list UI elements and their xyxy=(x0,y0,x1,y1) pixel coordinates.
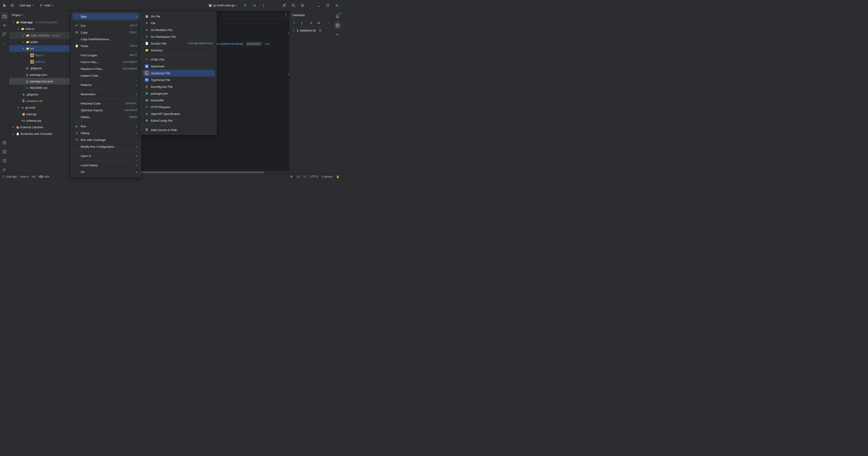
menu-new[interactable]: New▸ xyxy=(72,13,140,20)
encoding[interactable]: UTF-8 xyxy=(310,175,318,178)
db-settings-button[interactable]: ⚙ xyxy=(316,20,321,26)
refresh-button[interactable]: ⟳ xyxy=(308,20,314,26)
tree-root[interactable]: ▾ 📁 chat-app C:\Users\ryan0\G xyxy=(9,19,70,26)
run-config-selector[interactable]: 🐹 go build main.go ▾ xyxy=(206,3,240,8)
menu-new-tsconfig[interactable]: {}tsconfig.json File xyxy=(143,83,215,90)
tree-file-app-js[interactable]: JS App.js xyxy=(9,52,70,58)
tree-file-gitignore[interactable]: ⊘ .gitignore xyxy=(9,65,70,72)
main-menu-button[interactable] xyxy=(9,2,16,8)
readonly-toggle[interactable]: 🔓 xyxy=(336,175,340,178)
data-source-props-button[interactable]: ▯ xyxy=(299,20,305,26)
menu-find-in-files[interactable]: Find in Files…Ctrl+Shift+F xyxy=(72,59,140,65)
tree-folder-public[interactable]: ▸ 📁 public xyxy=(9,39,70,45)
tree-folder-node-modules[interactable]: ▸ 📁 node_modules library xyxy=(9,32,70,39)
menu-cut[interactable]: ✂CutCtrl+X xyxy=(72,22,140,29)
tree-label: .gitignore xyxy=(30,66,42,70)
breadcrumb[interactable]: ▢ chat-app › chat-ui › src › JS inde xyxy=(2,175,49,178)
tree-file-readme[interactable]: M↓ README.md xyxy=(9,85,70,91)
menu-copy[interactable]: ⧉CopyCtrl+C xyxy=(72,29,140,36)
add-datasource-button[interactable]: ＋ xyxy=(291,20,297,26)
svg-rect-14 xyxy=(3,35,4,36)
structure-tool-button[interactable] xyxy=(1,31,8,38)
ai-assistant-button[interactable]: ✦ xyxy=(334,31,341,38)
menu-new-datasource[interactable]: 🗄Data Source in Path xyxy=(143,126,215,133)
notifications-button[interactable] xyxy=(334,13,341,20)
branch-selector[interactable]: main ▾ xyxy=(37,3,55,8)
menu-inspect[interactable]: Inspect Code… xyxy=(72,72,140,79)
menu-optimize[interactable]: Optimize ImportsCtrl+Alt+O xyxy=(72,107,140,114)
menu-open-in[interactable]: Open In▸ xyxy=(72,152,140,159)
tree-label: main.go xyxy=(26,112,37,116)
close-button[interactable] xyxy=(334,2,340,8)
menu-new-dockerfile[interactable]: 🐳Dockerfile xyxy=(143,97,215,104)
menu-new-editorconfig[interactable]: ⚙EditorConfig File xyxy=(143,117,215,124)
marker xyxy=(288,33,289,34)
tree-file-package-json[interactable]: {} package.json xyxy=(9,72,70,78)
maximize-button[interactable] xyxy=(324,2,331,8)
menu-git[interactable]: Git▸ xyxy=(72,169,140,175)
menu-coverage[interactable]: 🛡Run with Coverage xyxy=(72,136,140,143)
tree-file-go-mod[interactable]: ▸ ≡ go.mod xyxy=(9,104,70,111)
branch-name: main xyxy=(44,4,51,7)
project-tool-button[interactable] xyxy=(1,13,8,20)
project-panel-header[interactable]: Project ▾ xyxy=(9,11,70,19)
menu-new-html[interactable]: <>HTML File xyxy=(143,56,215,63)
menu-new-stylesheet[interactable]: ◼Stylesheet xyxy=(143,63,215,70)
menu-replace-in-files[interactable]: Replace in Files…Ctrl+Shift+R xyxy=(72,65,140,72)
more-actions-button[interactable] xyxy=(260,2,267,8)
search-button[interactable] xyxy=(290,2,297,8)
run-tool-button[interactable] xyxy=(1,139,8,146)
menu-new-package-json[interactable]: ⬢package.json xyxy=(143,90,215,97)
line-ending[interactable]: LF xyxy=(304,175,307,178)
menu-reformat[interactable]: Reformat CodeCtrl+Alt+L xyxy=(72,100,140,107)
tree-file-package-lock[interactable]: {} package-lock.json xyxy=(9,78,70,85)
menu-local-history[interactable]: Local History▸ xyxy=(72,162,140,169)
problems-tool-button[interactable] xyxy=(1,157,8,165)
menu-new-http[interactable]: APIHTTP Request xyxy=(143,104,215,110)
tree-file-index-js[interactable]: JS index.js xyxy=(9,58,70,65)
menu-new-file[interactable]: ≡File xyxy=(143,20,215,26)
indent[interactable]: 4 spaces xyxy=(322,175,333,178)
collapse-button[interactable]: › xyxy=(325,20,331,26)
menu-delete[interactable]: Delete…Delete xyxy=(72,114,140,120)
menu-new-openapi[interactable]: ◉OpenAPI Specification xyxy=(143,110,215,117)
database-tool-button[interactable] xyxy=(334,22,341,29)
menu-refactor[interactable]: Refactor▸ xyxy=(72,81,140,88)
menu-paste[interactable]: 📋PasteCtrl+V xyxy=(72,42,140,49)
tree-scratches[interactable]: ▸ 📋 Scratches and Consoles xyxy=(9,131,70,137)
tree-external-libraries[interactable]: ▸ 📚 External Libraries xyxy=(9,124,70,131)
menu-modify-run[interactable]: Modify Run Configuration…▸ xyxy=(72,143,140,150)
menu-new-go-modules[interactable]: ≡Go Modules File xyxy=(143,26,215,33)
project-selector[interactable]: chat-app ▾ xyxy=(17,3,36,8)
menu-find-usages[interactable]: Find UsagesAlt+F7 xyxy=(72,52,140,59)
menu-debug[interactable]: 🐞Debug▸ xyxy=(72,130,140,136)
more-tools-button[interactable]: ⋯ xyxy=(1,40,8,47)
tree-folder-src[interactable]: ▾ 📁 src xyxy=(9,45,70,52)
tree-file-main-go[interactable]: 🐹 main.go xyxy=(9,111,70,117)
terminal-tool-button[interactable] xyxy=(1,148,8,155)
db-item[interactable]: ▸ ▮ database.db 1 xyxy=(289,27,333,33)
settings-button[interactable] xyxy=(299,2,306,8)
menu-new-scratch[interactable]: 📄Scratch FileCtrl+Alt+Shift+Insert xyxy=(143,40,215,47)
cursor-position[interactable]: 1:1 xyxy=(296,175,300,178)
menu-bookmarks[interactable]: Bookmarks▸ xyxy=(72,91,140,97)
tree-file-database[interactable]: 🗄 database.db xyxy=(9,98,70,104)
tree-file-schema-sql[interactable]: SQL schema.sql xyxy=(9,117,70,124)
progress-icon[interactable]: ✻ xyxy=(290,175,292,178)
tree-label: Scratches and Consoles xyxy=(20,132,52,136)
menu-new-directory[interactable]: 📁Directory xyxy=(143,47,215,54)
menu-new-go-file[interactable]: 🐹Go File xyxy=(143,13,215,20)
code-with-me-button[interactable] xyxy=(281,2,287,8)
run-button[interactable] xyxy=(242,2,249,8)
minimize-button[interactable] xyxy=(315,2,322,8)
vcs-tool-button[interactable] xyxy=(1,166,8,173)
menu-new-go-workspace[interactable]: ≡Go Workspace File xyxy=(143,33,215,40)
menu-new-typescript[interactable]: TSTypeScript File xyxy=(143,77,215,83)
tree-file-gitignore-root[interactable]: ⊘ .gitignore xyxy=(9,91,70,98)
tree-folder-chat-ui[interactable]: ▾ 📁 chat-ui xyxy=(9,26,70,32)
menu-run[interactable]: ▶Run▸ xyxy=(72,123,140,130)
commit-tool-button[interactable] xyxy=(1,22,8,29)
menu-new-javascript[interactable]: JSJavaScript File xyxy=(143,70,215,77)
menu-copy-path[interactable]: Copy Path/Reference… xyxy=(72,36,140,42)
debug-button[interactable] xyxy=(251,2,258,8)
